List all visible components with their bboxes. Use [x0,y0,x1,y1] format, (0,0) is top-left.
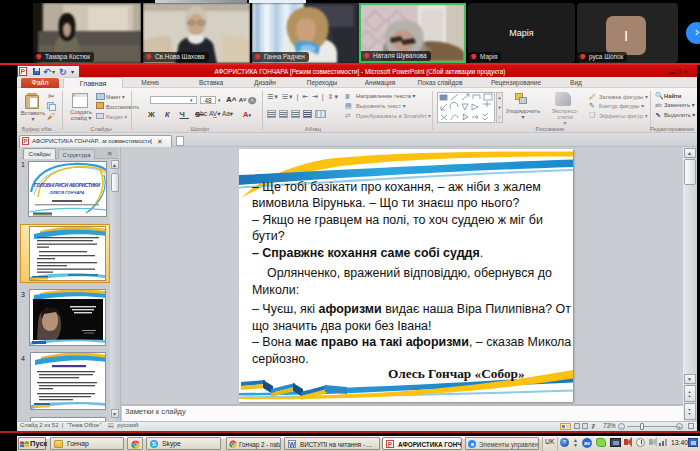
svg-text:ОЛЕСЯ ГОНЧАРА: ОЛЕСЯ ГОНЧАРА [50,190,85,195]
svg-text:ГОЛОВНІ РИСИ АФОРИСТИКИ: ГОЛОВНІ РИСИ АФОРИСТИКИ [34,182,100,188]
